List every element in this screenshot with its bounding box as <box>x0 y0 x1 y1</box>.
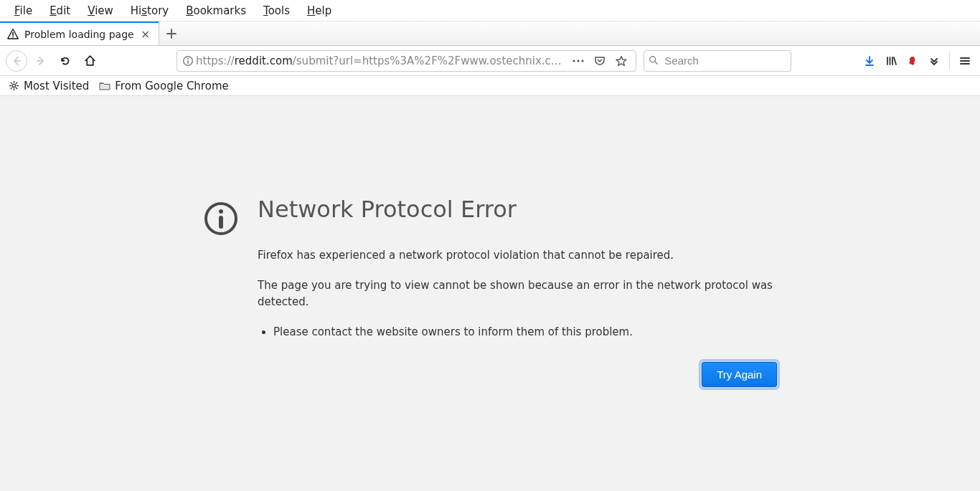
new-tab-button[interactable] <box>159 22 184 45</box>
folder-icon <box>99 81 110 91</box>
svg-point-10 <box>219 209 223 214</box>
overflow-button[interactable] <box>923 50 945 72</box>
tab-active[interactable]: Problem loading page × <box>0 22 159 45</box>
svg-point-5 <box>577 59 579 62</box>
page-actions-button[interactable] <box>571 54 585 68</box>
hamburger-menu-button[interactable] <box>954 50 976 72</box>
error-suggestion: Please contact the website owners to inf… <box>273 324 777 340</box>
error-long-desc: The page you are trying to view cannot b… <box>258 277 777 310</box>
search-icon <box>649 55 659 67</box>
tab-title: Problem loading page <box>24 29 134 40</box>
error-short-desc: Firefox has experienced a network protoc… <box>258 247 777 264</box>
extension-icon[interactable] <box>902 50 923 72</box>
menu-bookmarks[interactable]: Bookmarks <box>177 3 255 19</box>
menu-view[interactable]: View <box>79 3 122 19</box>
svg-point-6 <box>581 59 583 62</box>
bookmark-label: Most Visited <box>24 80 89 92</box>
bookmark-label: From Google Chrome <box>115 80 228 92</box>
menu-history[interactable]: History <box>122 3 177 19</box>
library-button[interactable] <box>880 50 902 72</box>
bookmark-from-chrome[interactable]: From Google Chrome <box>99 80 228 92</box>
info-icon <box>203 201 239 237</box>
search-input[interactable] <box>663 54 786 67</box>
downloads-button[interactable] <box>859 50 880 72</box>
toolbar-separator <box>949 52 950 70</box>
menu-help[interactable]: Help <box>298 3 340 19</box>
site-identity-icon[interactable] <box>180 55 196 67</box>
bookmark-star-icon[interactable] <box>614 54 628 68</box>
svg-point-8 <box>12 84 15 87</box>
svg-rect-11 <box>219 216 223 229</box>
warning-icon <box>7 29 19 40</box>
tab-close-button[interactable]: × <box>140 29 151 40</box>
error-title: Network Protocol Error <box>258 196 777 223</box>
search-bar[interactable] <box>644 50 791 72</box>
reload-button[interactable] <box>53 50 77 72</box>
svg-point-4 <box>573 59 575 62</box>
bookmarks-toolbar: Most Visited From Google Chrome <box>0 76 980 96</box>
gear-icon <box>9 80 19 91</box>
url-text: https://reddit.com/submit?url=https%3A%2… <box>196 54 567 67</box>
error-page: Network Protocol Error Firefox has exper… <box>203 96 777 387</box>
back-button[interactable] <box>4 50 29 72</box>
pocket-icon[interactable] <box>593 54 607 68</box>
bookmark-most-visited[interactable]: Most Visited <box>9 80 89 92</box>
nav-toolbar: https://reddit.com/submit?url=https%3A%2… <box>0 46 980 76</box>
menu-file[interactable]: File <box>6 3 41 19</box>
content-area: Network Protocol Error Firefox has exper… <box>0 96 980 491</box>
try-again-button[interactable]: Try Again <box>702 362 777 387</box>
menu-tools[interactable]: Tools <box>255 3 298 19</box>
forward-button[interactable] <box>29 50 53 72</box>
svg-point-2 <box>187 58 189 59</box>
svg-rect-3 <box>187 60 189 64</box>
url-bar[interactable]: https://reddit.com/submit?url=https%3A%2… <box>176 50 636 72</box>
svg-point-0 <box>12 36 14 37</box>
menubar: File Edit View History Bookmarks Tools H… <box>0 0 980 22</box>
menu-edit[interactable]: Edit <box>41 3 79 19</box>
home-button[interactable] <box>77 50 102 72</box>
tabstrip: Problem loading page × <box>0 22 980 46</box>
